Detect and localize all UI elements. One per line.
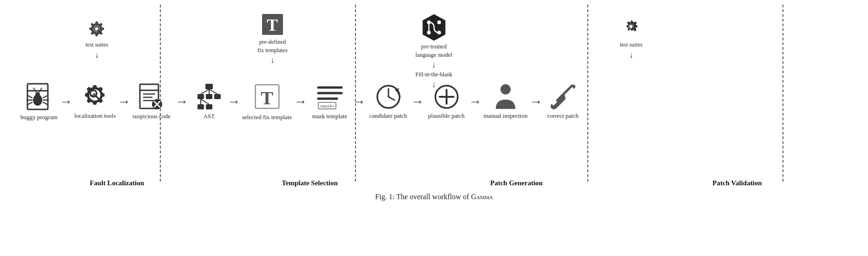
svg-rect-45 xyxy=(197,104,204,109)
node-mask-template: <mask> mask template xyxy=(309,83,351,121)
section-label-patch-validation: Patch Validation xyxy=(654,179,821,187)
arrow-7: → xyxy=(411,94,424,109)
suspicious-code-label: suspicious code xyxy=(132,113,171,121)
svg-text:<mask>: <mask> xyxy=(319,104,335,108)
down-arrow-templates: ↓ xyxy=(270,55,275,65)
suspicious-code-icon xyxy=(138,83,164,111)
buggy-program-label: buggy program xyxy=(20,114,58,121)
fill-in-the-blank-label: Fill-in-the-blank xyxy=(415,71,452,79)
gamma-label: Gamma xyxy=(471,193,493,201)
pre-trained-lm-label: pre-trainedlanguage model xyxy=(415,43,453,59)
section-label-template-selection: Template Selection xyxy=(240,179,380,187)
diagram-container: test suites ↓ T pre-definedfix templates… xyxy=(11,5,857,219)
pre-trained-lm-annotation: pre-trainedlanguage model ↓ Fill-in-the-… xyxy=(415,13,453,89)
section-label-patch-generation: Patch Generation xyxy=(433,179,600,187)
down-arrow-test-suites-2: ↓ xyxy=(629,50,633,60)
localization-tool-icon-top-2 xyxy=(620,18,642,40)
arrow-5: → xyxy=(294,94,307,109)
candidate-patch-label: candidate patch xyxy=(369,112,407,120)
mask-template-label: mask template xyxy=(312,113,347,121)
node-localization-tools: localization tools xyxy=(74,83,116,120)
node-suspicious-code: suspicious code xyxy=(132,83,171,121)
svg-rect-29 xyxy=(92,94,93,96)
svg-point-7 xyxy=(437,20,441,24)
svg-rect-46 xyxy=(206,104,212,109)
node-candidate-patch: candidate patch xyxy=(368,83,409,120)
buggy-program-icon xyxy=(25,81,53,112)
svg-point-23 xyxy=(35,92,40,97)
test-suites-annotation-2: test suites ↓ xyxy=(620,18,643,60)
mask-template-icon: <mask> xyxy=(316,83,344,111)
node-correct-patch: correct patch xyxy=(544,83,581,120)
arrow-1: → xyxy=(59,94,72,109)
language-model-icon-top xyxy=(420,13,448,42)
figure-caption: Fig. 1: The overall workflow of Gamma xyxy=(375,193,493,201)
arrow-2: → xyxy=(118,94,131,109)
localization-tools-label: localization tools xyxy=(74,112,116,120)
pre-defined-fix-templates-annotation: T pre-definedfix templates ↓ xyxy=(257,12,288,65)
caption-text: Fig. 1: The overall workflow of Gamma xyxy=(375,193,493,201)
arrow-4: → xyxy=(227,94,240,109)
svg-line-51 xyxy=(201,99,209,104)
pre-defined-label: pre-definedfix templates xyxy=(257,38,288,54)
svg-rect-42 xyxy=(197,94,204,99)
candidate-patch-icon xyxy=(375,83,402,110)
test-suites-label-1: test suites xyxy=(85,41,108,49)
down-arrow-test-suites-1: ↓ xyxy=(95,50,99,60)
test-suites-annotation-1: test suites ↓ xyxy=(85,18,108,60)
node-manual-inspection: manual inspection xyxy=(484,83,528,120)
ast-icon xyxy=(195,83,223,111)
svg-rect-44 xyxy=(214,94,221,99)
svg-point-66 xyxy=(500,84,511,94)
flow-area: test suites ↓ T pre-definedfix templates… xyxy=(11,5,857,191)
svg-text:T: T xyxy=(267,16,278,34)
node-plausible-patch: plausible patch xyxy=(426,83,467,120)
arrow-9: → xyxy=(529,94,542,109)
svg-rect-30 xyxy=(93,93,95,96)
plausible-patch-label: plausible patch xyxy=(428,112,464,120)
localization-tool-icon-top xyxy=(85,18,108,40)
localization-tools-icon xyxy=(81,83,108,110)
svg-rect-41 xyxy=(205,84,213,89)
section-labels-row: Fault Localization Template Selection Pa… xyxy=(20,179,848,187)
node-ast: AST xyxy=(193,83,225,121)
test-suites-label-2: test suites xyxy=(620,41,643,49)
section-label-fault-localization: Fault Localization xyxy=(47,179,187,187)
arrow-8: → xyxy=(469,94,482,109)
correct-patch-icon xyxy=(549,83,577,110)
arrow-3: → xyxy=(175,94,188,109)
flow-row: buggy program → xyxy=(20,81,848,121)
svg-point-8 xyxy=(427,31,431,34)
svg-line-49 xyxy=(209,89,217,94)
correct-patch-label: correct patch xyxy=(547,112,579,120)
node-buggy-program: buggy program xyxy=(20,81,58,121)
plausible-patch-icon xyxy=(433,83,460,110)
svg-line-61 xyxy=(388,97,395,100)
fix-templates-icon-top: T xyxy=(260,12,285,37)
svg-line-47 xyxy=(201,89,209,94)
svg-rect-43 xyxy=(206,94,212,99)
manual-inspection-label: manual inspection xyxy=(484,112,528,120)
arrow-6: → xyxy=(353,94,366,109)
down-arrow-lm: ↓ xyxy=(432,60,436,70)
svg-text:T: T xyxy=(261,88,273,108)
manual-inspection-icon xyxy=(493,83,518,110)
ast-label: AST xyxy=(204,113,215,121)
selected-fix-template-label: selected fix template xyxy=(242,114,292,121)
svg-point-10 xyxy=(437,31,441,34)
node-selected-fix-template: T selected fix template xyxy=(242,81,292,121)
selected-fix-template-icon: T xyxy=(253,81,281,112)
